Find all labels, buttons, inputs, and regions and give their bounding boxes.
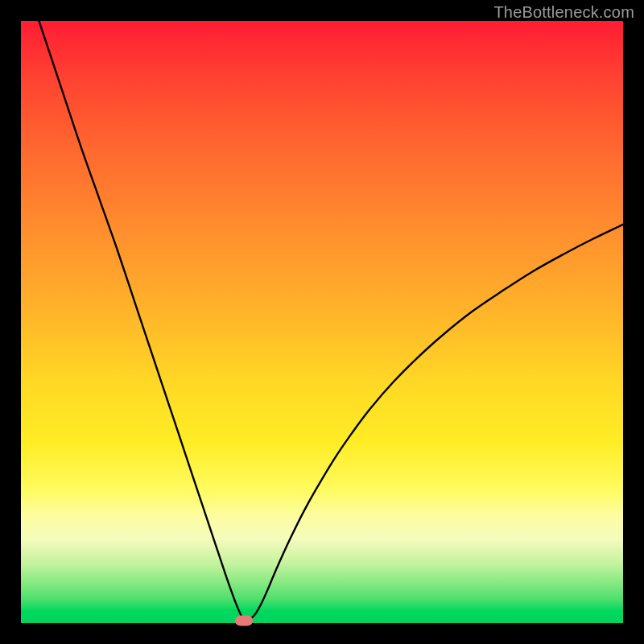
curve-path <box>39 21 623 621</box>
watermark-text: TheBottleneck.com <box>493 3 634 22</box>
curve-svg <box>21 21 623 623</box>
min-marker <box>235 616 253 626</box>
chart-frame: TheBottleneck.com <box>0 0 644 644</box>
plot-area <box>21 21 623 623</box>
